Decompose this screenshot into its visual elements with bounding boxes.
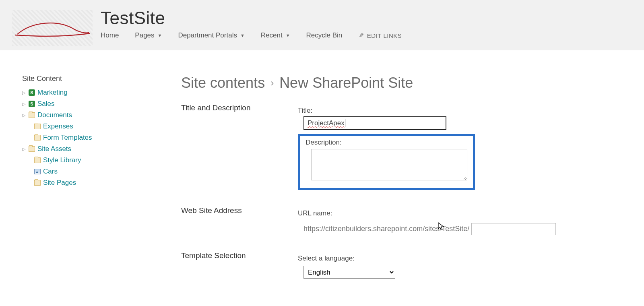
breadcrumb-part1[interactable]: Site contents	[181, 74, 265, 91]
nav-recycle-bin[interactable]: Recycle Bin	[306, 31, 343, 39]
sharepoint-site-icon: S	[29, 89, 35, 96]
sharepoint-site-icon: S	[29, 101, 35, 107]
breadcrumb: Site contents › New SharePoint Site	[181, 74, 628, 91]
text-cursor	[345, 119, 345, 127]
sidebar-tree: ▷SMarketing▷SSales▷DocumentsExpensesForm…	[22, 87, 117, 188]
sidebar-item-label: Site Assets	[37, 145, 71, 153]
caret-down-icon: ▼	[240, 33, 245, 38]
section-web-address: Web Site Address	[181, 206, 298, 215]
main-content: Site contents › New SharePoint Site Titl…	[117, 74, 644, 283]
sidebar-item-expenses[interactable]: Expenses	[22, 121, 117, 132]
car-logo-icon	[14, 18, 91, 38]
left-sidebar: Site Content ▷SMarketing▷SSales▷Document…	[0, 74, 117, 283]
sidebar-item-label: Documents	[37, 111, 72, 119]
expand-icon[interactable]: ▷	[22, 101, 27, 107]
caret-down-icon: ▼	[286, 33, 290, 38]
expand-icon[interactable]: ▷	[22, 113, 27, 118]
title-label: Title:	[298, 107, 628, 115]
sidebar-item-style-library[interactable]: Style Library	[22, 155, 117, 166]
site-logo[interactable]	[12, 10, 93, 46]
site-header: TestSite Home Pages▼ Department Portals▼…	[0, 0, 644, 50]
expand-icon[interactable]: ▷	[22, 90, 27, 95]
title-input[interactable]: ProjectApex	[303, 116, 446, 130]
breadcrumb-part2: New SharePoint Site	[279, 74, 413, 91]
sidebar-item-documents[interactable]: ▷Documents	[22, 110, 117, 121]
section-template-selection: Template Selection	[181, 251, 298, 260]
folder-icon	[34, 123, 41, 130]
nav-pages[interactable]: Pages▼	[135, 31, 162, 39]
pencil-icon: ✎	[358, 32, 364, 39]
description-textarea[interactable]	[311, 149, 467, 180]
folder-icon	[34, 157, 41, 163]
sidebar-item-label: Sales	[37, 100, 55, 108]
sidebar-item-marketing[interactable]: ▷SMarketing	[22, 87, 117, 98]
folder-icon	[29, 112, 35, 118]
sidebar-item-cars[interactable]: Cars	[22, 166, 117, 177]
url-name-label: URL name:	[298, 209, 628, 217]
picture-library-icon	[34, 168, 41, 175]
edit-links-button[interactable]: ✎ EDIT LINKS	[358, 32, 402, 39]
top-nav: Home Pages▼ Department Portals▼ Recent▼ …	[101, 31, 402, 39]
nav-home[interactable]: Home	[101, 31, 119, 39]
sidebar-item-form-templates[interactable]: Form Templates	[22, 132, 117, 143]
nav-recent[interactable]: Recent▼	[261, 31, 290, 39]
folder-icon	[34, 180, 41, 186]
folder-icon	[29, 146, 35, 152]
url-name-input[interactable]	[471, 223, 556, 235]
section-title-description: Title and Description	[181, 103, 298, 112]
caret-down-icon: ▼	[158, 33, 162, 38]
sidebar-item-label: Site Pages	[43, 179, 76, 187]
sidebar-item-sales[interactable]: ▷SSales	[22, 98, 117, 110]
sidebar-item-site-pages[interactable]: Site Pages	[22, 177, 117, 188]
expand-icon[interactable]: ▷	[22, 147, 27, 152]
sidebar-item-label: Expenses	[43, 122, 73, 130]
language-select[interactable]: English	[303, 266, 395, 279]
nav-department-portals[interactable]: Department Portals▼	[178, 31, 244, 39]
sidebar-item-label: Form Templates	[43, 134, 92, 142]
site-title[interactable]: TestSite	[101, 8, 402, 28]
description-highlight-box: Description:	[298, 134, 475, 190]
sidebar-item-label: Style Library	[43, 156, 81, 164]
description-label: Description:	[305, 139, 466, 147]
sidebar-item-site-assets[interactable]: ▷Site Assets	[22, 143, 117, 155]
sidebar-heading[interactable]: Site Content	[22, 74, 117, 83]
sidebar-item-label: Cars	[43, 167, 58, 176]
breadcrumb-separator-icon: ›	[270, 77, 274, 89]
folder-icon	[34, 134, 41, 141]
sidebar-item-label: Marketing	[37, 89, 68, 97]
language-label: Select a language:	[298, 254, 628, 263]
url-prefix: https://citizenbuilders.sharepoint.com/s…	[303, 225, 469, 233]
